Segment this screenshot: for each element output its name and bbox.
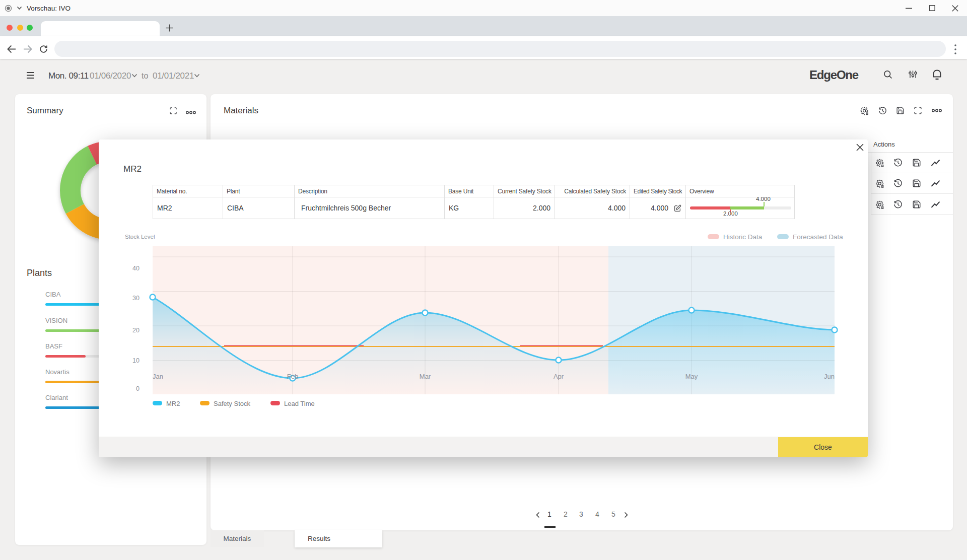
svg-text:40: 40	[132, 265, 140, 272]
svg-text:MR2: MR2	[166, 400, 180, 407]
svg-text:Lead Time: Lead Time	[284, 400, 315, 407]
svg-text:Jan: Jan	[153, 373, 163, 380]
svg-text:0: 0	[136, 385, 140, 392]
svg-text:Stock Level: Stock Level	[125, 234, 155, 240]
svg-text:Safety Stock: Safety Stock	[214, 400, 250, 407]
svg-text:10: 10	[132, 357, 140, 364]
svg-text:20: 20	[132, 327, 140, 334]
svg-text:30: 30	[132, 295, 140, 302]
svg-text:Apr: Apr	[554, 373, 564, 380]
svg-text:Feb: Feb	[287, 373, 298, 380]
svg-text:Mar: Mar	[420, 373, 431, 380]
svg-text:Jun: Jun	[824, 373, 835, 380]
svg-text:Forecasted Data: Forecasted Data	[793, 233, 843, 241]
svg-text:Historic Data: Historic Data	[723, 233, 763, 241]
svg-text:May: May	[685, 373, 698, 380]
